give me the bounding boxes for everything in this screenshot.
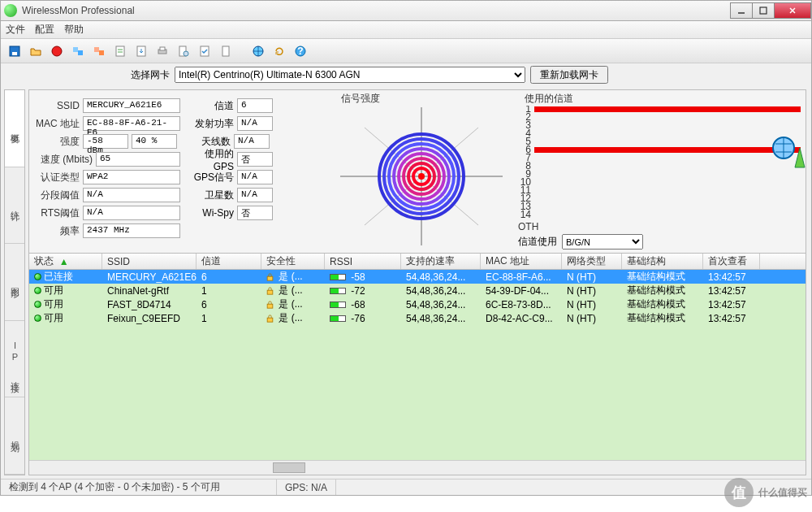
status-gps: GPS: N/A: [277, 479, 336, 495]
menubar: 文件 配置 帮助: [1, 21, 811, 39]
val-antennas: N/A: [234, 134, 270, 149]
val-channel: 6: [237, 98, 273, 113]
column-header[interactable]: 状态 ▲: [29, 254, 102, 269]
val-frag: N/A: [83, 188, 180, 202]
val-strength-dbm: -58 dBm: [83, 134, 128, 149]
val-wispy: 否: [237, 206, 273, 220]
reload-adapter-button[interactable]: 重新加载网卡: [530, 66, 608, 84]
val-txpower: N/A: [237, 116, 273, 131]
page-setup-icon[interactable]: [175, 42, 192, 60]
radar-icon: [340, 107, 503, 245]
export-icon[interactable]: [132, 42, 150, 60]
svg-rect-33: [267, 290, 273, 294]
watermark-badge-icon: 值: [724, 478, 754, 507]
globe-icon[interactable]: [249, 42, 267, 60]
tab-summary[interactable]: 概要: [5, 90, 24, 167]
menu-config[interactable]: 配置: [35, 23, 54, 37]
column-header[interactable]: 安全性: [261, 254, 325, 269]
val-freq: 2437 MHz: [83, 223, 180, 238]
page-icon[interactable]: [217, 42, 235, 60]
signal-strength-box: 信号强度: [330, 90, 513, 253]
close-button[interactable]: [774, 2, 811, 19]
help-icon[interactable]: ?: [292, 42, 309, 60]
val-strength-pct: 40 %: [132, 134, 177, 149]
svg-rect-32: [267, 276, 273, 280]
network-list: 状态 ▲SSID信道安全性RSSI支持的速率MAC 地址网络类型基础结构首次查看…: [29, 254, 806, 475]
menu-help[interactable]: 帮助: [64, 23, 84, 37]
toolbar: ?: [1, 39, 811, 63]
svg-point-13: [184, 51, 188, 56]
channels-box: 使用的信道 1234567891011121314 OTH 信道使用 B/G/N: [513, 90, 806, 253]
svg-rect-15: [222, 46, 229, 56]
check-icon[interactable]: [196, 42, 214, 60]
maximize-button[interactable]: [752, 2, 775, 19]
column-header[interactable]: MAC 地址: [481, 254, 562, 269]
svg-rect-7: [99, 50, 104, 55]
svg-text:?: ?: [297, 46, 303, 57]
svg-point-3: [52, 46, 62, 56]
network-row[interactable]: 可用 ChinaNet-gRtf 1 是 (... -72 54,48,36,2…: [29, 284, 806, 297]
svg-rect-5: [78, 50, 83, 55]
val-ssid: MERCURY_A621E6: [83, 98, 180, 113]
antenna-globe-icon: [771, 133, 806, 169]
app-icon: [4, 4, 17, 17]
hscrollbar[interactable]: [29, 460, 806, 475]
open-icon[interactable]: [27, 42, 45, 60]
svg-rect-6: [94, 47, 99, 52]
column-header[interactable]: 信道: [197, 254, 261, 269]
column-header[interactable]: 网络类型: [562, 254, 622, 269]
val-speed: 65: [96, 152, 180, 167]
tab-ipconn[interactable]: IP 连接: [5, 321, 24, 398]
status-ap: 检测到 4 个AP (4 个加密 - 0 个未加密) - 5 个可用: [1, 479, 277, 495]
channel-use-label: 信道使用: [518, 235, 557, 249]
val-gps-signal: N/A: [237, 170, 273, 184]
save-icon[interactable]: [6, 42, 24, 60]
side-tabs: 概要 统计 图形 IP 连接 规划: [4, 89, 25, 475]
statusbar: 检测到 4 个AP (4 个加密 - 0 个未加密) - 5 个可用 GPS: …: [1, 479, 811, 495]
column-header[interactable]: 支持的速率: [401, 254, 481, 269]
menu-file[interactable]: 文件: [6, 23, 25, 37]
network-row[interactable]: 可用 FAST_8D4714 6 是 (... -68 54,48,36,24.…: [29, 297, 806, 311]
connection-details: SSIDMERCURY_A621E6信道6 MAC 地址EC-88-8F-A6-…: [29, 90, 330, 253]
val-auth: WPA2: [83, 170, 180, 184]
column-header[interactable]: 基础结构: [622, 254, 703, 269]
adapter-row: 选择网卡 Intel(R) Centrino(R) Ultimate-N 630…: [1, 63, 811, 86]
column-header[interactable]: SSID: [102, 254, 197, 269]
svg-rect-0: [760, 7, 767, 14]
val-gps-used: 否: [237, 152, 273, 167]
column-header[interactable]: RSSI: [325, 254, 401, 269]
titlebar: WirelessMon Professional: [0, 0, 812, 21]
app-title: WirelessMon Professional: [22, 5, 731, 16]
adapter-select[interactable]: Intel(R) Centrino(R) Ultimate-N 6300 AGN: [175, 67, 525, 83]
network-row[interactable]: 可用 Feixun_C9EEFD 1 是 (... -76 54,48,36,2…: [29, 311, 806, 325]
refresh-icon[interactable]: [270, 42, 288, 60]
svg-point-31: [418, 173, 425, 180]
tab-graph[interactable]: 图形: [5, 244, 24, 321]
channel-use-select[interactable]: B/G/N: [562, 234, 643, 249]
record-icon[interactable]: [48, 42, 66, 60]
column-header[interactable]: 首次查看: [703, 254, 760, 269]
watermark: 值 什么值得买: [724, 478, 807, 507]
print-icon[interactable]: [153, 42, 171, 60]
val-satellites: N/A: [237, 188, 273, 202]
svg-rect-2: [12, 52, 17, 55]
svg-rect-8: [116, 46, 124, 56]
val-mac: EC-88-8F-A6-21-E6: [83, 116, 180, 131]
options1-icon[interactable]: [69, 42, 87, 60]
svg-rect-11: [160, 47, 165, 50]
val-rts: N/A: [83, 206, 180, 220]
svg-rect-4: [73, 47, 78, 52]
svg-rect-35: [267, 318, 273, 322]
adapter-label: 选择网卡: [131, 68, 170, 82]
export-csv-icon[interactable]: [111, 42, 129, 60]
network-row[interactable]: 已连接 MERCURY_A621E6 6 是 (... -58 54,48,36…: [29, 270, 806, 284]
options2-icon[interactable]: [90, 42, 108, 60]
svg-rect-34: [267, 304, 273, 308]
tab-plan[interactable]: 规划: [5, 397, 24, 475]
minimize-button[interactable]: [730, 2, 753, 19]
tab-stats[interactable]: 统计: [5, 167, 24, 245]
